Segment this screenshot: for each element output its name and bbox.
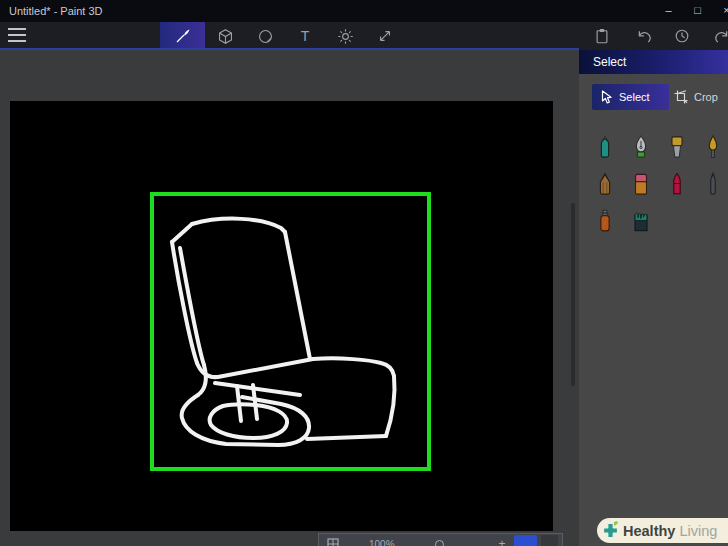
watercolor-brush-icon	[666, 134, 688, 160]
watermark-bold-text: Healthy	[623, 523, 675, 539]
zoom-in-button[interactable]: +	[499, 537, 506, 546]
fit-to-window-button[interactable]	[514, 535, 537, 546]
tab-text[interactable]: T	[285, 22, 325, 50]
maximize-button[interactable]: □	[683, 0, 712, 22]
brush-grid	[593, 133, 715, 234]
tab-canvas[interactable]	[365, 22, 405, 50]
history-clock-icon	[674, 28, 690, 44]
crop-button[interactable]: Crop	[674, 84, 718, 110]
top-toolbar: T	[0, 22, 728, 50]
sticker-icon	[257, 28, 274, 45]
cube-icon	[217, 28, 234, 45]
canvas-drawing	[10, 101, 553, 531]
menu-icon[interactable]	[8, 28, 26, 43]
marker-icon	[594, 134, 616, 160]
drawing-canvas[interactable]	[10, 101, 553, 531]
cursor-icon	[601, 90, 612, 104]
zoom-extra-button[interactable]	[541, 535, 558, 546]
brush-eraser[interactable]	[629, 170, 653, 197]
tab-3d-shapes[interactable]	[205, 22, 245, 50]
select-button-label: Select	[619, 91, 650, 103]
brush-fill[interactable]	[629, 207, 653, 234]
brush-watercolor[interactable]	[665, 133, 689, 160]
chair-sketch	[172, 219, 395, 445]
select-panel: Select Select Crop	[579, 50, 728, 546]
close-button[interactable]: ×	[712, 0, 728, 22]
brush-marker[interactable]	[593, 133, 617, 160]
paste-button[interactable]	[582, 22, 622, 50]
watermark-regular-text: Living	[679, 523, 717, 539]
minimize-button[interactable]: –	[654, 0, 683, 22]
calligraphy-pen-icon	[630, 134, 652, 160]
paint3d-window: Untitled* - Paint 3D – □ × T	[0, 0, 728, 546]
zoom-bar: 100% +	[318, 533, 563, 546]
undo-button[interactable]	[624, 22, 664, 50]
vertical-scrollbar-thumb[interactable]	[571, 203, 575, 386]
brush-pixel-pen[interactable]	[701, 170, 725, 197]
text-tool-icon: T	[301, 28, 310, 44]
tab-stickers[interactable]	[245, 22, 285, 50]
history-button[interactable]	[662, 22, 702, 50]
spray-can-icon	[594, 208, 616, 234]
fill-icon	[630, 208, 652, 234]
toolbar-accent-line	[0, 48, 579, 50]
sun-icon	[337, 28, 354, 45]
undo-icon	[636, 29, 653, 44]
brush-pencil[interactable]	[593, 170, 617, 197]
pixel-pen-icon	[702, 171, 724, 197]
redo-icon	[713, 29, 728, 44]
pencil-icon	[594, 171, 616, 197]
brush-crayon[interactable]	[665, 170, 689, 197]
crayon-icon	[666, 171, 688, 197]
tab-effects[interactable]	[325, 22, 365, 50]
select-button[interactable]: Select	[592, 84, 669, 110]
brush-spray-can[interactable]	[593, 207, 617, 234]
clipboard-icon	[594, 28, 610, 45]
brush-oil[interactable]	[701, 133, 725, 160]
title-bar: Untitled* - Paint 3D – □ ×	[0, 0, 728, 22]
zoom-value[interactable]: 100%	[369, 539, 395, 546]
window-title: Untitled* - Paint 3D	[9, 0, 103, 22]
brush-calligraphy-pen[interactable]	[629, 133, 653, 160]
wikihow-cross-leaf-icon	[600, 520, 621, 541]
tab-brushes[interactable]	[160, 22, 205, 50]
crop-icon	[674, 90, 688, 104]
healthy-living-watermark: Healthy Living	[597, 518, 728, 543]
expand-icon	[377, 28, 393, 44]
redo-button[interactable]	[701, 22, 728, 50]
brush-icon	[174, 27, 192, 45]
canvas-grid-icon[interactable]	[327, 538, 339, 546]
oil-brush-icon	[702, 134, 724, 160]
crop-button-label: Crop	[694, 91, 718, 103]
eraser-icon	[630, 171, 652, 197]
panel-header: Select	[579, 50, 728, 74]
zoom-slider-knob[interactable]	[435, 540, 444, 546]
